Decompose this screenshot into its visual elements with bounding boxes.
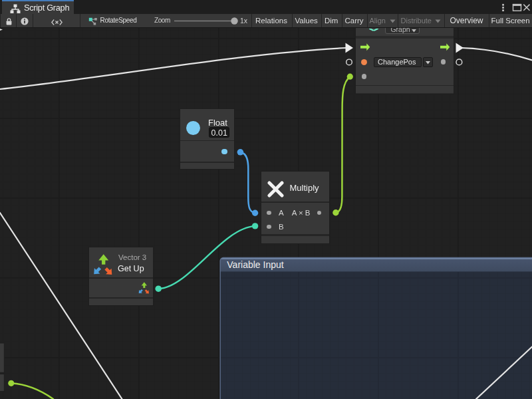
svg-text:Variable Input: Variable Input	[227, 259, 283, 270]
